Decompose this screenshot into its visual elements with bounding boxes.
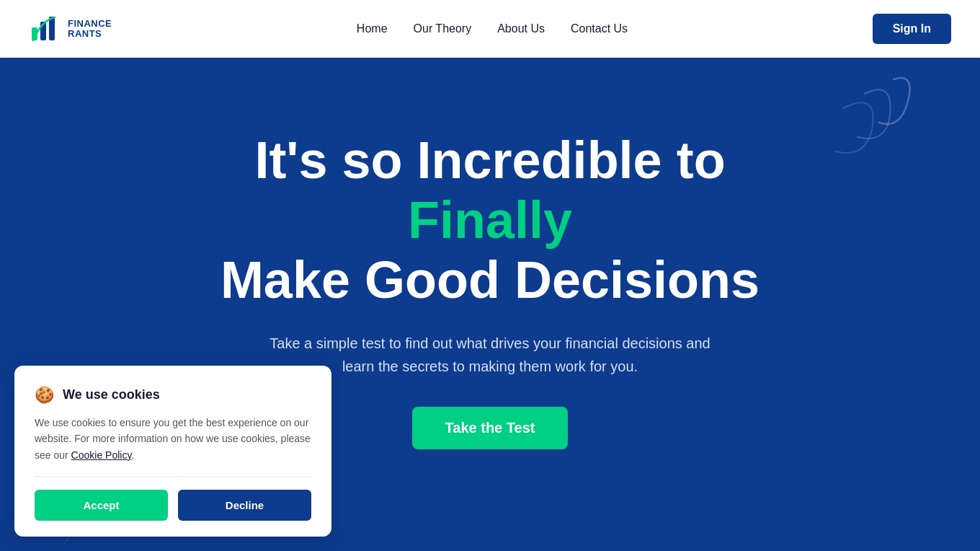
hero-title-highlight: Finally xyxy=(408,191,572,249)
cookie-header: 🍪 We use cookies xyxy=(35,386,311,405)
svg-rect-2 xyxy=(49,17,55,40)
cookie-policy-link[interactable]: Cookie Policy xyxy=(71,449,132,461)
cookie-actions: Accept Decline xyxy=(35,490,311,521)
logo-line1: FINANCE xyxy=(68,19,112,29)
accept-button[interactable]: Accept xyxy=(35,490,168,521)
hero-title-part2: Make Good Decisions xyxy=(220,251,760,309)
cookie-body: We use cookies to ensure you get the bes… xyxy=(35,415,311,477)
logo-text: FINANCE RANTS xyxy=(68,19,112,40)
nav-our-theory[interactable]: Our Theory xyxy=(414,22,472,35)
cookie-body-period: . xyxy=(131,449,134,461)
nav-home[interactable]: Home xyxy=(357,22,388,35)
nav-about-us[interactable]: About Us xyxy=(497,22,545,35)
cookie-icon: 🍪 xyxy=(35,386,54,405)
hero-title: It's so Incredible to Finally Make Good … xyxy=(166,131,814,309)
hero-title-part1: It's so Incredible to xyxy=(254,131,725,189)
logo-icon xyxy=(29,13,61,45)
cookie-banner: 🍪 We use cookies We use cookies to ensur… xyxy=(14,366,331,537)
sign-in-button[interactable]: Sign In xyxy=(873,14,951,44)
take-test-button[interactable]: Take the Test xyxy=(412,407,569,449)
decline-button[interactable]: Decline xyxy=(178,490,311,521)
logo-line2: RANTS xyxy=(68,29,112,39)
cookie-title: We use cookies xyxy=(63,387,160,402)
logo-link[interactable]: FINANCE RANTS xyxy=(29,13,112,45)
nav-contact-us[interactable]: Contact Us xyxy=(571,22,628,35)
nav-links: Home Our Theory About Us Contact Us xyxy=(357,22,628,35)
navbar: FINANCE RANTS Home Our Theory About Us C… xyxy=(0,0,980,58)
